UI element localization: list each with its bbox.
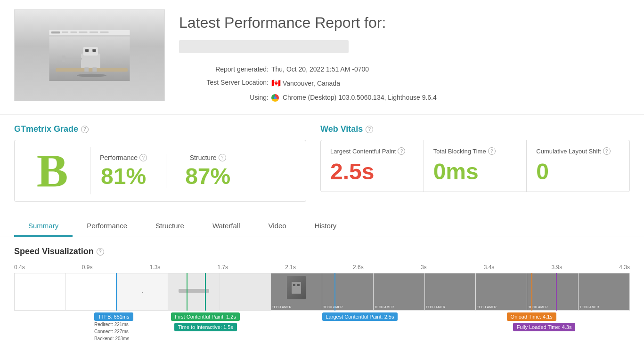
lcp-help-icon[interactable]: ? xyxy=(398,147,405,155)
svg-rect-1 xyxy=(51,31,60,33)
header-section: Latest Performance Report for: Report ge… xyxy=(0,0,644,115)
divider2 xyxy=(166,154,166,188)
report-info: Latest Performance Report for: Report ge… xyxy=(179,9,630,105)
web-vitals-help-icon[interactable]: ? xyxy=(366,126,373,133)
frame-6: TECH AMER xyxy=(271,273,322,310)
performance-metric: Performance ? 81% xyxy=(100,154,147,188)
tti-badge: Time to Interactive: 1.5s xyxy=(174,323,237,331)
server-location-value: 🇨🇦Vancouver, Canada xyxy=(271,77,340,90)
tbt-label: Total Blocking Time ? xyxy=(433,147,517,155)
fcp-badge: First Contentful Paint: 1.2s xyxy=(171,312,240,321)
annotations: TTFB: 651ms Redirect: 221ms Connect: 227… xyxy=(14,312,630,338)
structure-metric: Structure ? 87% xyxy=(185,154,230,188)
label-9: 4.3s xyxy=(619,264,630,271)
tabs-list: Summary Performance Structure Waterfall … xyxy=(14,216,630,237)
tab-summary[interactable]: Summary xyxy=(14,216,73,237)
frame-1 xyxy=(15,273,66,310)
label-1: 0.9s xyxy=(82,264,93,271)
svg-rect-13 xyxy=(64,57,82,60)
using-label: Using: xyxy=(179,92,269,104)
report-meta: Report generated: Thu, Oct 20, 2022 1:51… xyxy=(179,64,630,104)
svg-rect-5 xyxy=(90,31,98,33)
tab-waterfall[interactable]: Waterfall xyxy=(198,216,254,237)
svg-rect-18 xyxy=(91,72,98,74)
label-0: 0.4s xyxy=(14,264,25,271)
frame-9: TECH AMER xyxy=(425,273,476,310)
cls-value: 0 xyxy=(536,160,620,184)
frame-2 xyxy=(66,273,117,310)
chrome-icon xyxy=(271,94,279,102)
onload-badge: Onload Time: 4.1s xyxy=(507,312,556,321)
label-5: 2.6s xyxy=(353,264,364,271)
svg-rect-2 xyxy=(62,31,69,33)
frame-label-9: TECH AMER xyxy=(426,305,445,309)
svg-rect-12 xyxy=(92,49,96,51)
tab-history[interactable]: History xyxy=(301,216,351,237)
grade-metrics: Performance ? 81% Structure ? 87% xyxy=(100,154,296,188)
tbt-metric: Total Blocking Time ? 0ms xyxy=(424,140,527,192)
performance-help-icon[interactable]: ? xyxy=(139,154,147,161)
tab-structure[interactable]: Structure xyxy=(141,216,198,237)
web-vitals-title: Web Vitals ? xyxy=(320,124,630,134)
gtmetrix-title: GTmetrix Grade ? xyxy=(14,124,306,134)
timeline-row: - - TECH AMER xyxy=(14,273,630,311)
label-2: 1.3s xyxy=(150,264,161,271)
lcp-annotation: Largest Contentful Paint: 2.5s xyxy=(322,312,398,321)
frame-8: TECH AMER xyxy=(374,273,425,310)
lcp-value: 2.5s xyxy=(330,160,414,184)
svg-rect-14 xyxy=(62,56,65,62)
web-vitals-box: Web Vitals ? Largest Contentful Paint ? … xyxy=(320,124,630,202)
label-3: 1.7s xyxy=(217,264,228,271)
tab-performance[interactable]: Performance xyxy=(73,216,141,237)
ttfb-annotation: TTFB: 651ms Redirect: 221ms Connect: 227… xyxy=(94,312,133,321)
frame-11: TECH AMER xyxy=(527,273,579,310)
divider1 xyxy=(90,147,90,194)
ttfb-backend: Backend: 203ms xyxy=(94,335,130,342)
ttfb-vline xyxy=(116,273,117,311)
svg-rect-17 xyxy=(82,72,90,74)
ttfb-connect: Connect: 227ms xyxy=(94,328,130,335)
report-title: Latest Performance Report for: xyxy=(179,14,630,32)
grades-section: GTmetrix Grade ? B Performance ? 81% xyxy=(0,115,644,211)
onload-vline xyxy=(531,273,532,311)
structure-label: Structure ? xyxy=(185,154,230,161)
tbt-help-icon[interactable]: ? xyxy=(488,147,496,155)
label-8: 3.9s xyxy=(552,264,562,271)
onload-annotation: Onload Time: 4.1s xyxy=(507,312,556,321)
tbt-value: 0ms xyxy=(433,160,517,184)
tab-video[interactable]: Video xyxy=(254,216,301,237)
lcp-vline xyxy=(334,273,335,311)
svg-rect-9 xyxy=(81,53,100,68)
url-bar xyxy=(179,40,349,53)
structure-value: 87% xyxy=(185,165,230,188)
lcp-metric: Largest Contentful Paint ? 2.5s xyxy=(321,140,424,192)
frame-label-7: TECH AMER xyxy=(323,305,342,309)
tti-vline xyxy=(205,273,206,311)
svg-rect-8 xyxy=(56,68,128,72)
speed-section: Speed Visualization ? 0.4s 0.9s 1.3s 1.7… xyxy=(0,237,644,348)
cls-metric: Cumulative Layout Shift ? 0 xyxy=(527,140,629,192)
timeline-labels: 0.4s 0.9s 1.3s 1.7s 2.1s 2.6s 3s 3.4s 3.… xyxy=(14,264,630,271)
fl-vline xyxy=(556,273,557,311)
frame-5: - xyxy=(220,273,271,310)
performance-value: 81% xyxy=(100,165,147,188)
frame-10: TECH AMER xyxy=(476,273,527,310)
structure-help-icon[interactable]: ? xyxy=(219,154,226,161)
svg-rect-4 xyxy=(79,31,88,33)
ttfb-redirect: Redirect: 221ms xyxy=(94,321,130,328)
label-7: 3.4s xyxy=(484,264,495,271)
speed-viz-help-icon[interactable]: ? xyxy=(97,248,104,256)
frame-12: TECH AMER xyxy=(579,273,629,310)
svg-rect-11 xyxy=(85,49,89,51)
frame-label-8: TECH AMER xyxy=(375,305,394,309)
using-value: Chrome (Desktop) 103.0.5060.134, Lightho… xyxy=(271,92,437,104)
server-location-label: Test Server Location: xyxy=(179,77,269,90)
frame-4 xyxy=(168,273,220,310)
generated-label: Report generated: xyxy=(179,64,269,75)
fcp-annotation: First Contentful Paint: 1.2s xyxy=(171,312,240,321)
lcp-badge: Largest Contentful Paint: 2.5s xyxy=(322,312,398,321)
cls-help-icon[interactable]: ? xyxy=(603,147,611,155)
ttfb-details: Redirect: 221ms Connect: 227ms Backend: … xyxy=(94,321,130,342)
gtmetrix-help-icon[interactable]: ? xyxy=(81,126,89,133)
frame-3: - xyxy=(117,273,169,310)
